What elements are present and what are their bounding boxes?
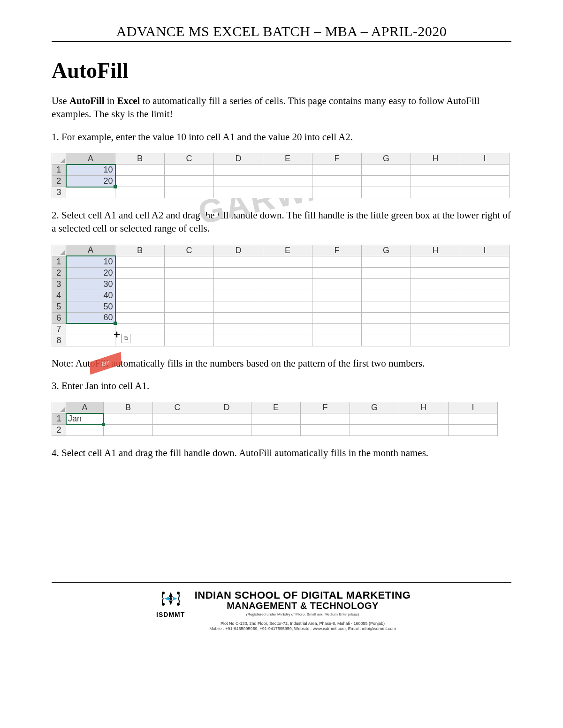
- cell: [449, 413, 498, 425]
- cell: [350, 413, 399, 425]
- page-header: ADVANCE MS EXCEL BATCH – MBA – APRIL-202…: [52, 23, 511, 42]
- cell: [115, 278, 165, 290]
- cell: [165, 176, 214, 187]
- footer-school-name-2: MANAGEMENT & TECHNOLOGY: [195, 600, 411, 611]
- col-header-B: B: [115, 245, 165, 256]
- cell: [460, 312, 510, 323]
- footer-registration: (Registered under Ministry of Micro, Sma…: [195, 612, 411, 616]
- cell: [165, 312, 214, 323]
- cell: [411, 301, 460, 312]
- cell: [301, 413, 350, 425]
- intro-bold-excel: Excel: [117, 95, 140, 106]
- cell: [115, 187, 165, 198]
- col-header-F: F: [312, 245, 362, 256]
- cell: [312, 187, 362, 198]
- cell: [362, 335, 411, 346]
- col-header-H: H: [399, 402, 449, 413]
- row-header: 2: [52, 425, 66, 436]
- cell-A6: 60: [66, 312, 115, 323]
- row-header: 1: [52, 165, 66, 176]
- row-header: 1: [52, 413, 66, 425]
- step-1: 1. For example, enter the value 10 into …: [52, 130, 511, 143]
- svg-marker-1: [169, 600, 173, 605]
- cell-A5: 50: [66, 301, 115, 312]
- step-4: 4. Select cell A1 and drag the fill hand…: [52, 446, 511, 459]
- cell: [312, 165, 362, 176]
- cell: [301, 425, 350, 436]
- cell: [460, 176, 510, 187]
- row-header: 3: [52, 187, 66, 198]
- cell: [263, 165, 312, 176]
- col-header-F: F: [312, 153, 362, 165]
- cell: [411, 187, 460, 198]
- logo-icon: [157, 589, 185, 611]
- cell-A2: 20: [66, 176, 115, 187]
- intro-paragraph: Use AutoFill in Excel to automatically f…: [52, 94, 511, 121]
- cell: [312, 256, 362, 267]
- cell: [66, 323, 115, 335]
- cell: [312, 176, 362, 187]
- cell: [411, 335, 460, 346]
- cell: [411, 278, 460, 290]
- cell: [399, 425, 449, 436]
- cell: [104, 425, 153, 436]
- footer-school-name-1: INDIAN SCHOOL OF DIGITAL MARKETING: [195, 589, 411, 601]
- cell: [411, 165, 460, 176]
- svg-marker-3: [173, 597, 177, 600]
- row-header: 2: [52, 176, 66, 187]
- cell: [263, 335, 312, 346]
- row-header: 7: [52, 323, 66, 335]
- cell: [399, 413, 449, 425]
- cell: [66, 187, 115, 198]
- cell: [153, 413, 202, 425]
- cell: [202, 413, 251, 425]
- cell: [214, 312, 263, 323]
- cell: [214, 323, 263, 335]
- cell: [350, 425, 399, 436]
- corner-cell: [52, 245, 66, 256]
- cell: [362, 187, 411, 198]
- cell: [165, 187, 214, 198]
- col-header-D: D: [214, 153, 263, 165]
- step-2: 2. Select cell A1 and cell A2 and drag t…: [52, 209, 511, 235]
- col-header-E: E: [263, 245, 312, 256]
- footer-address: Plot No C-133, 2nd Floor, Sector-72, Ind…: [195, 621, 411, 632]
- col-header-G: G: [362, 153, 411, 165]
- cell: [362, 278, 411, 290]
- cell: [312, 312, 362, 323]
- cell: [411, 290, 460, 301]
- col-header-I: I: [460, 245, 510, 256]
- svg-marker-0: [169, 592, 173, 597]
- cell: [362, 256, 411, 267]
- row-header: 5: [52, 301, 66, 312]
- cell: [312, 301, 362, 312]
- cell: [411, 312, 460, 323]
- cell: [362, 312, 411, 323]
- cell: [214, 301, 263, 312]
- cell: [411, 256, 460, 267]
- cell-A1: Jan: [66, 413, 104, 425]
- footer-brand: ISDMMT: [152, 611, 189, 618]
- cell: [115, 290, 165, 301]
- cell: [460, 323, 510, 335]
- cell: [165, 267, 214, 278]
- col-header-A: A: [66, 245, 115, 256]
- col-header-C: C: [153, 402, 202, 413]
- cell: [214, 290, 263, 301]
- cell: [214, 278, 263, 290]
- col-header-C: C: [165, 245, 214, 256]
- cell: [214, 165, 263, 176]
- cell: [362, 323, 411, 335]
- cell-A4: 40: [66, 290, 115, 301]
- excel-table-1: A B C D E F G H I 1 10 2 20 3: [52, 153, 511, 198]
- col-header-H: H: [411, 153, 460, 165]
- cell: [263, 187, 312, 198]
- cell: [153, 425, 202, 436]
- svg-point-4: [169, 597, 172, 600]
- cell: [460, 278, 510, 290]
- cell: [115, 256, 165, 267]
- red-stamp: Em: [90, 352, 122, 375]
- cell: [460, 165, 510, 176]
- cell: [362, 176, 411, 187]
- cell: [263, 256, 312, 267]
